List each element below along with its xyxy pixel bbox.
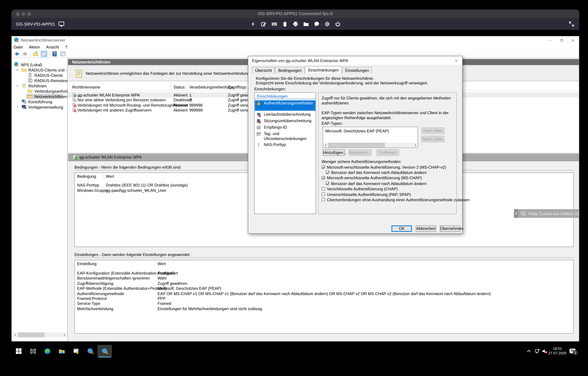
tab-uebersicht[interactable]: Übersicht [252, 67, 275, 73]
constraint-nas-porttyp[interactable]: NAS-Porttyp [255, 142, 315, 148]
mac-zoom-button[interactable] [27, 12, 31, 16]
menu-ansicht[interactable]: Ansicht [43, 44, 62, 50]
tree-item-radius-clients[interactable]: RADIUS-Clients [12, 73, 68, 78]
eap-horizontal-scrollbar[interactable] [323, 143, 418, 148]
checkbox-icon[interactable] [322, 198, 325, 201]
setting-row[interactable]: Framed-Protocol PPP [75, 296, 573, 301]
setting-row[interactable]: Benutzereinwähleigenschaften ignorieren … [75, 276, 573, 281]
menu-aktion[interactable]: Aktion [26, 44, 43, 50]
nps-running-button[interactable] [98, 345, 112, 357]
forward-arrow-icon[interactable] [22, 51, 28, 57]
mac-close-button[interactable] [16, 12, 20, 16]
ok-button[interactable]: OK [392, 226, 412, 232]
constraint-empfangs-id[interactable]: Empfangs-ID [255, 125, 315, 130]
checkbox-mschap-pw-change[interactable]: Benutzer darf das Kennwort nach Ablaufda… [326, 181, 427, 186]
back-arrow-icon[interactable] [14, 51, 20, 57]
column-bedingung[interactable]: Bedingung [77, 174, 96, 178]
printer-icon[interactable] [293, 21, 298, 27]
constraint-authentifizierungsmethoden[interactable]: Authentifizierungsmethoden [255, 100, 315, 111]
certificates-console-button[interactable] [69, 345, 83, 357]
apply-button[interactable]: Übernehmen [440, 226, 460, 232]
edge-button[interactable] [40, 345, 54, 357]
chevron-right-icon[interactable] [16, 105, 19, 109]
setting-row[interactable]: Mehrfachverbindung Einstellungen für Meh… [75, 306, 573, 312]
minimize-button[interactable] [545, 37, 556, 44]
constraint-sitzungszeit[interactable]: Sitzungszeitüberschreitung [255, 118, 315, 124]
power-icon[interactable] [335, 21, 340, 27]
column-verarbeitungsreihenfolge[interactable]: Verarbeitungsreihenfolge [189, 85, 233, 89]
show-action-pane-icon[interactable] [60, 51, 66, 57]
tree-item-verbindungsanforderungen[interactable]: Verbindungsanforderur [12, 88, 68, 94]
edit-button[interactable]: Bearbeiten... [349, 150, 371, 156]
network-icon[interactable] [534, 348, 540, 354]
dialog-titlebar[interactable]: Eigenschaften von gg-schueler WLAN Enter… [248, 56, 462, 65]
chevron-right-icon[interactable] [514, 209, 518, 218]
mac-minimize-button[interactable] [21, 12, 25, 16]
close-button[interactable] [568, 37, 578, 44]
close-icon[interactable] [451, 57, 461, 64]
checkbox-icon[interactable] [322, 176, 325, 180]
checkbox-icon[interactable] [322, 193, 325, 196]
folder-icon[interactable] [303, 21, 309, 27]
checkbox-mschap-v2-pw-change[interactable]: Benutzer darf das Kennwort nach Ablaufda… [326, 170, 427, 175]
eap-types-list[interactable]: Microsoft: Geschütztes EAP (PEAP) [323, 127, 418, 148]
start-button[interactable] [11, 345, 26, 357]
setting-row[interactable]: Zugriffsberechtigung Zugriff gewähren [75, 281, 573, 286]
task-view-button[interactable] [26, 345, 40, 357]
explorer-button[interactable] [54, 345, 69, 357]
export-icon[interactable] [32, 51, 39, 57]
checkbox-mschap-v2[interactable]: Microsoft-verschlüsselte Authentifizieru… [322, 164, 446, 170]
checkbox-icon[interactable] [326, 171, 329, 174]
nps-titlebar[interactable]: Netzwerkrichtlinienserver [12, 36, 579, 44]
nps-pinned-button[interactable] [83, 345, 98, 357]
column-einstellung[interactable]: Einstellung [77, 261, 96, 266]
tab-einstellungen[interactable]: Einstellungen [342, 67, 372, 73]
tree-item-radius-remoteserver[interactable]: RADIUS-Remoteserverg [12, 78, 68, 83]
tab-einschraenkungen[interactable]: Einschränkungen [305, 66, 342, 73]
menu-hilfe[interactable]: ? [62, 44, 70, 50]
cancel-button[interactable]: Abbrechen [416, 226, 436, 232]
add-button[interactable]: Hinzufügen... [323, 150, 345, 156]
setting-row[interactable]: Service-Type Framed [75, 301, 573, 306]
tree-item-richtlinien[interactable]: Richtlinien [12, 83, 68, 88]
tray-chevron-up-icon[interactable] [526, 348, 532, 354]
checkbox-icon[interactable] [326, 182, 329, 185]
clipboard-icon[interactable] [282, 21, 288, 27]
scrollbar-thumb[interactable] [18, 333, 45, 337]
chevron-down-icon[interactable] [16, 68, 19, 72]
tree-item-nps-lokal[interactable]: NPS (Lokal) [12, 62, 68, 67]
constraint-leerlaufzeit[interactable]: Leerlaufzeitüberschreitung [255, 112, 315, 117]
remove-button[interactable]: Entfernen [376, 150, 399, 156]
column-wert[interactable]: Wert [106, 174, 114, 178]
column-richtlinienname[interactable]: Richtlinienname [72, 85, 100, 89]
tree-item-radius-clients-server[interactable]: RADIUS-Clients und -Serve [12, 67, 68, 73]
tree-item-netzwerkrichtlinien[interactable]: Netzwerkrichtlinien [12, 94, 68, 99]
gear-icon[interactable] [324, 21, 330, 27]
lightning-icon[interactable] [250, 21, 256, 27]
scroll-left-icon[interactable] [323, 143, 328, 148]
column-zugriffstyp[interactable]: Zugriffstyp [228, 85, 246, 89]
checkbox-icon[interactable] [322, 165, 325, 169]
session-tab[interactable]: GG-SRV-PD-APP01 [16, 21, 64, 27]
constraint-tag-uhrzeit[interactable]: Tag- und Uhrzeiteinschränkungen [255, 131, 315, 141]
keyboard-icon[interactable] [271, 21, 277, 27]
checkbox-mschap[interactable]: Microsoft-verschlüsselte Authentifizieru… [322, 175, 422, 180]
chat-icon[interactable] [314, 21, 319, 27]
show-console-tree-icon[interactable] [41, 51, 47, 57]
setting-row[interactable]: Authentifizierungsmethode EAP OR MS-CHAP… [75, 291, 573, 296]
tree-item-vorlagenverwaltung[interactable]: Vorlagenverwaltung [12, 104, 68, 110]
tree-horizontal-scrollbar[interactable] [13, 333, 67, 337]
menu-datei[interactable]: Datei [12, 44, 26, 50]
checkbox-no-auth-negotiation[interactable]: Clientverbindungen ohne Aushandlung eine… [322, 197, 470, 202]
checkbox-pap-spap[interactable]: Unverschlüsselte Authentifizierung (PAP,… [322, 192, 411, 197]
column-status[interactable]: Status [173, 85, 185, 89]
setting-row[interactable]: EAP-Konfiguration (Extensible Authentica… [75, 271, 573, 276]
fullscreen-icon[interactable] [569, 21, 574, 27]
checkbox-chap[interactable]: Verschlüsselte Authentifizierung (CHAP) [322, 186, 398, 191]
scroll-left-icon[interactable] [13, 333, 18, 337]
chevron-down-icon[interactable] [16, 84, 19, 88]
scroll-right-icon[interactable] [62, 333, 67, 337]
eap-type-peap[interactable]: Microsoft: Geschütztes EAP (PEAP) [326, 129, 389, 133]
volume-muted-icon[interactable] [542, 348, 547, 354]
checkbox-icon[interactable] [322, 187, 325, 191]
